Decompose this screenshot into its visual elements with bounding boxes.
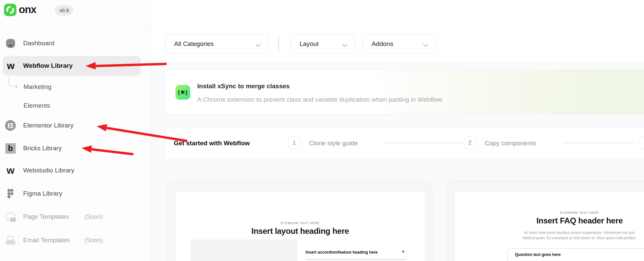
soon-badge: (Soon): [85, 237, 103, 244]
onx-logo-icon: [4, 4, 16, 17]
dashboard-icon: [5, 38, 16, 49]
email-templates-icon: [5, 235, 16, 246]
step-2-number: 2: [468, 140, 471, 146]
addons-filter-value: Addons: [363, 40, 393, 48]
chevron-down-icon: [255, 43, 261, 49]
sidebar-item-label: Figma Library: [23, 190, 62, 197]
sidebar-item-label: Email Templates: [23, 237, 70, 244]
page-templates-icon: ‹›: [5, 211, 16, 222]
chevron-down-icon: [342, 43, 347, 49]
addons-filter-dropdown[interactable]: Addons: [363, 35, 436, 53]
sidebar-item-dashboard[interactable]: Dashboard: [0, 36, 151, 51]
step-connector-line: [562, 143, 633, 143]
banner-description: A Chrome extension to prevent class and …: [197, 96, 443, 103]
webstudio-icon: w: [5, 165, 16, 176]
soon-badge: (Soon): [85, 213, 103, 220]
sidebar-item-elements[interactable]: Elements: [0, 98, 151, 113]
sidebar-item-marketing[interactable]: Marketing: [0, 80, 151, 94]
step-2-circle: 2: [463, 136, 477, 150]
template-preview-canvas: EYEBROW TEXT HERE Insert FAQ header here…: [455, 192, 644, 261]
template-card-layout[interactable]: EYEBROW TEXT HERE Insert layout heading …: [167, 181, 432, 261]
preview-eyebrow-text: EYEBROW TEXT HERE: [455, 211, 644, 214]
preview-accordion-heading: Insert accordion/feature heading here: [306, 250, 378, 255]
app-logo-text: onx: [19, 4, 36, 16]
step-2-label: Copy components: [485, 140, 536, 147]
sidebar-item-label: Webflow Library: [23, 62, 72, 69]
template-preview-canvas: EYEBROW TEXT HERE Insert layout heading …: [176, 192, 425, 261]
step-1-number: 1: [292, 140, 296, 146]
category-filter-value: All Categories: [165, 40, 214, 48]
category-filter-dropdown[interactable]: All Categories: [165, 35, 269, 53]
chevron-down-icon: [423, 43, 428, 49]
preview-eyebrow-text: EYEBROW TEXT HERE: [176, 221, 425, 225]
preview-accordion-body-placeholder: [306, 259, 406, 260]
step-1-label: Clone style guide: [309, 140, 358, 147]
sidebar-item-figma-library[interactable]: Figma Library: [0, 186, 151, 201]
xsync-braces-icon: {✱}: [175, 85, 190, 100]
layout-filter-value: Layout: [291, 40, 319, 48]
template-card-faq[interactable]: EYEBROW TEXT HERE Insert FAQ header here…: [447, 180, 644, 261]
preview-heading: Insert FAQ header here: [455, 216, 644, 225]
bricks-icon: b: [5, 143, 16, 154]
sidebar-item-webstudio-library[interactable]: w Webstudio Library: [0, 163, 151, 178]
plus-icon: +: [401, 248, 405, 255]
sidebar-item-label: Page Templates: [23, 213, 69, 220]
webflow-icon: w: [5, 60, 16, 71]
preview-body-line: Ac tortor vitae purus faucibus ornare su…: [455, 230, 644, 235]
sidebar-item-label: Bricks Library: [23, 145, 62, 152]
sidebar-item-label: Marketing: [23, 83, 51, 91]
app-window: All Categories Layout Addons {✱} Install…: [0, 0, 644, 261]
preview-question-label: Question text goes here: [515, 252, 561, 257]
sidebar-item-label: Elements: [23, 102, 50, 109]
preview-body-line: eleifend quam. Eu consequat ac felis don…: [455, 235, 644, 241]
sidebar-item-label: Dashboard: [23, 40, 54, 47]
version-badge: v0.9: [55, 5, 73, 15]
sidebar-item-label: Webstudio Library: [23, 167, 74, 174]
figma-icon: [5, 188, 16, 199]
preview-heading: Insert layout heading here: [176, 226, 425, 236]
step-connector-line: [383, 143, 462, 143]
sidebar-item-email-templates[interactable]: Email Templates (Soon): [0, 233, 151, 248]
sidebar-item-page-templates[interactable]: ‹› Page Templates (Soon): [0, 209, 151, 224]
banner-title: Install xSync to merge classes: [197, 83, 290, 90]
filter-separator: [278, 36, 279, 52]
elementor-icon: [5, 120, 16, 131]
header-divider: [165, 62, 644, 62]
preview-image-placeholder: [191, 240, 298, 261]
layout-filter-dropdown[interactable]: Layout: [290, 35, 355, 53]
xsync-install-banner[interactable]: [165, 70, 644, 114]
sidebar-item-label: Elementor Library: [23, 122, 73, 129]
step-1-circle: 1: [287, 136, 301, 150]
